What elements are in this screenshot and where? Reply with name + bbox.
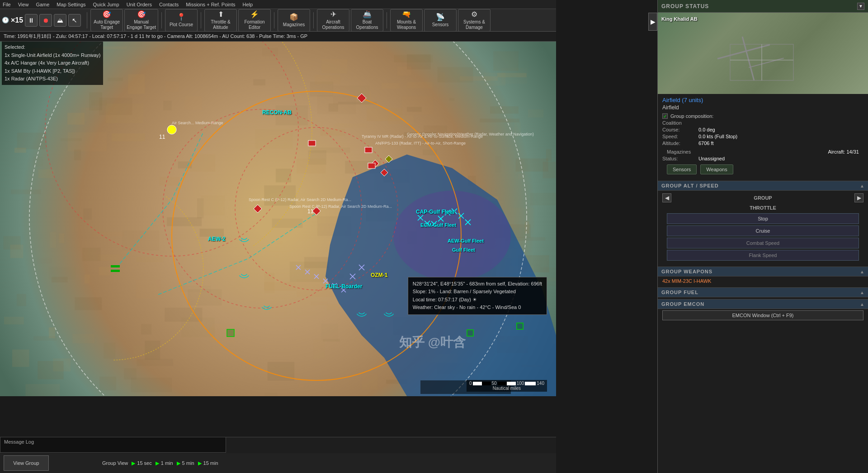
map-canvas[interactable] [0, 42, 556, 396]
time-step-15min-label: 15 min [203, 460, 218, 466]
throttle-label: Throttle [662, 205, 863, 211]
menu-bar: File View Game Map Settings Quick Jump U… [0, 0, 556, 9]
time-step-15min[interactable]: ▶ 15 min [198, 460, 218, 466]
alt-speed-title: GROUP ALT / SPEED [661, 183, 719, 188]
combat-speed-button[interactable]: Combat Speed [667, 238, 859, 248]
plot-course-icon: 📍 [177, 13, 186, 21]
sensors-icon: 📡 [436, 13, 445, 21]
map-thumbnail: King Khalid AB [658, 13, 868, 94]
map-area[interactable]: RECON-AB AEW-2 CAP-Gulf Fleet ECM-Gulf F… [0, 42, 556, 396]
panel-btn-row: Sensors Weapons [662, 163, 863, 176]
time-step-5min-label: 5 min [182, 460, 194, 466]
scroll-arrow[interactable]: ▶ [648, 13, 657, 31]
toolbar: 🕐 ×15 ⏸ ⏺ ⛰ ↖ 🎯 Auto EngageTarget 🎯 Manu… [0, 9, 556, 32]
play-15sec-icon: ▶ [132, 460, 135, 466]
bottom-bar: Message Log View Group Group View ▶ 15 s… [0, 437, 556, 473]
pause-button[interactable]: ⏸ [25, 14, 38, 27]
group-fuel-title: GROUP FUEL [661, 290, 698, 295]
fast-forward-button[interactable]: ⛰ [54, 14, 66, 27]
menu-view[interactable]: View [18, 2, 29, 7]
separator [87, 12, 87, 28]
manual-engage-icon: 🎯 [137, 10, 146, 19]
time-step-15sec-label: 15 sec [137, 460, 151, 466]
view-group-button[interactable]: View Group [4, 455, 49, 471]
scale-bar: 0 50 100 140 Nautical miles [467, 380, 547, 392]
clock-icon: 🕐 [2, 17, 9, 23]
group-info: Airfield (7 units) Airfield ✓ Group comp… [658, 94, 868, 179]
mounts-weapons-button[interactable]: 🔫 Mounts &Weapons [390, 9, 423, 32]
throttle-altitude-button[interactable]: ⬆ Throttle &Altitude [204, 9, 237, 32]
group-center-label: GROUP [673, 195, 853, 201]
time-step-5min[interactable]: ▶ 5 min [177, 460, 194, 466]
group-weapons-header[interactable]: GROUP WEAPONS ▲ [658, 267, 868, 276]
course-label: Course: [662, 127, 698, 132]
plot-course-button[interactable]: 📍 Plot Course [165, 9, 198, 32]
cursor-button[interactable]: ↖ [68, 14, 81, 27]
status-text: Time: 1991年1月18日 - Zulu: 04:57:17 - Loca… [4, 33, 307, 40]
speed-label: Speed: [662, 134, 698, 139]
weapon-item-link[interactable]: 42x MIM-23C I-HAWK [658, 276, 868, 286]
time-step-15sec[interactable]: ▶ 15 sec [132, 460, 151, 466]
flank-speed-button[interactable]: Flank Speed [667, 250, 859, 261]
menu-file[interactable]: File [3, 2, 11, 7]
course-row: Course: 0.0 deg [662, 127, 863, 132]
menu-quick-jump[interactable]: Quick Jump [93, 2, 119, 7]
magazines-button[interactable]: 📦 Magazines [278, 9, 310, 32]
altitude-label: Altitude: [662, 140, 698, 146]
alt-speed-section-header[interactable]: GROUP ALT / SPEED ▲ [658, 181, 868, 191]
scale-140: 140 [537, 381, 544, 386]
message-log[interactable]: Message Log [0, 437, 226, 453]
group-emcon-header[interactable]: GROUP EMCON ▲ [658, 299, 868, 309]
weapons-collapse-icon: ▲ [860, 269, 864, 274]
play-1min-icon: ▶ [156, 460, 159, 466]
speed-arrows: ◀ GROUP ▶ [662, 193, 863, 202]
altitude-row: Altitude: 6706 ft [662, 140, 863, 146]
separator2 [161, 12, 162, 28]
header-arrows: ▼ [857, 3, 864, 10]
cruise-button[interactable]: Cruise [667, 225, 859, 236]
header-collapse-arrow[interactable]: ▼ [857, 3, 864, 10]
auto-engage-target-button[interactable]: 🎯 Auto EngageTarget [90, 9, 123, 32]
time-step-1min-label: 1 min [161, 460, 173, 466]
boat-icon: 🚢 [363, 10, 372, 19]
group-status-header: GROUP STATUS ▼ [658, 0, 868, 13]
sensors-button[interactable]: 📡 Sensors [424, 9, 457, 32]
systems-damage-button[interactable]: ⚙ Systems &Damage [458, 9, 491, 32]
weapons-panel-button[interactable]: Weapons [700, 164, 733, 174]
group-emcon-title: GROUP EMCON [661, 301, 704, 307]
menu-help[interactable]: Help [242, 2, 253, 7]
altitude-value: 6706 ft [698, 140, 714, 146]
speed-right-arrow[interactable]: ▶ [854, 193, 863, 202]
emcon-window-button[interactable]: EMCON Window (Ctrl + F9) [662, 310, 863, 320]
stop-button[interactable]: Stop [667, 213, 859, 224]
boat-operations-button[interactable]: 🚢 BoatOperations [351, 9, 383, 32]
thumb-svg [658, 13, 868, 94]
menu-map-settings[interactable]: Map Settings [57, 2, 85, 7]
record-button[interactable]: ⏺ [39, 14, 52, 27]
throttle-icon: ⬆ [218, 10, 224, 19]
group-composition-label: Group composition: [670, 113, 713, 119]
time-step-1min[interactable]: ▶ 1 min [156, 460, 173, 466]
emcon-collapse-icon: ▲ [860, 302, 864, 307]
fuel-collapse-icon: ▲ [860, 290, 864, 295]
formation-editor-button[interactable]: ⚡ FormationEditor [238, 9, 271, 32]
menu-unit-orders[interactable]: Unit Orders [127, 2, 152, 7]
airfield-type: Airfield [662, 104, 863, 111]
status-value: Unassigned [698, 156, 725, 161]
status-label: Status: [662, 156, 698, 161]
alt-speed-collapse-icon: ▲ [860, 183, 864, 188]
menu-contacts[interactable]: Contacts [159, 2, 179, 7]
speed-left-arrow[interactable]: ◀ [662, 193, 671, 202]
airfield-title[interactable]: Airfield (7 units) [662, 97, 863, 103]
aircraft-operations-button[interactable]: ✈ AircraftOperations [317, 9, 349, 32]
group-fuel-header[interactable]: GROUP FUEL ▲ [658, 287, 868, 297]
magazines-value: Aircraft: 14/31 [828, 149, 859, 155]
manual-engage-target-button[interactable]: 🎯 ManualEngage Target [124, 9, 158, 32]
menu-game[interactable]: Game [36, 2, 49, 7]
sensors-panel-button[interactable]: Sensors [667, 164, 697, 174]
message-log-label: Message Log [4, 439, 34, 445]
menu-missions[interactable]: Missions + Ref. Points [186, 2, 235, 7]
status-bar: Time: 1991年1月18日 - Zulu: 04:57:17 - Loca… [0, 32, 556, 42]
magazines-row: Magazines Aircraft: 14/31 [662, 148, 863, 156]
group-composition-checkbox[interactable]: ✓ [662, 113, 668, 119]
